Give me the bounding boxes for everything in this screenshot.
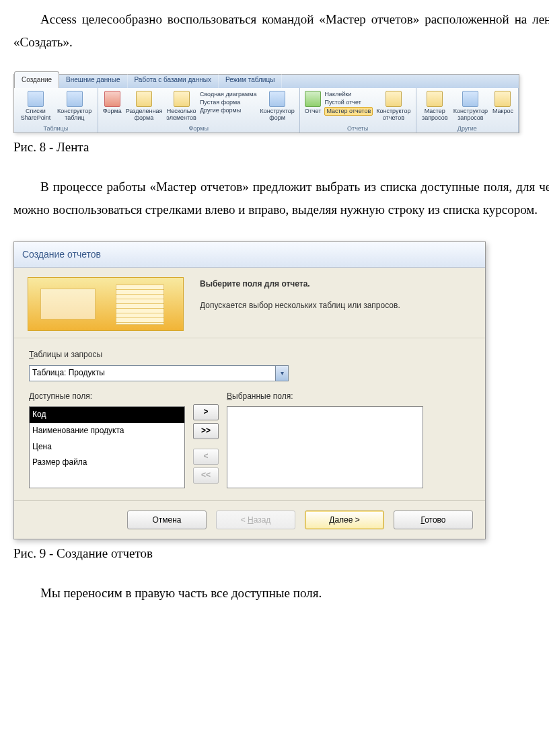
ribbon-group-forms-label: Формы [101, 123, 297, 135]
paragraph-3: Мы переносим в правую часть все доступны… [13, 582, 549, 605]
ribbon-query-wizard[interactable]: Мастер запросов [419, 89, 451, 123]
access-ribbon: Создание Внешние данные Работа с базами … [13, 74, 519, 133]
back-button[interactable]: < Назад [216, 511, 295, 529]
figure-8-caption: Рис. 8 - Лента [13, 136, 549, 159]
table-design-icon [67, 91, 83, 107]
ribbon-blank-form[interactable]: Пустая форма [200, 99, 257, 107]
list-item[interactable]: Цена [30, 439, 184, 455]
ribbon-forms-small: Сводная диаграмма Пустая форма Другие фо… [198, 89, 258, 116]
available-fields-list[interactable]: Код Наименование продукта Цена Размер фа… [29, 406, 185, 488]
selected-fields-label: Выбранные поля: [227, 389, 423, 404]
cancel-button[interactable]: Отмена [127, 511, 207, 529]
wizard-instruction: Выберите поля для отчета. Допускается вы… [200, 277, 400, 331]
ribbon-report[interactable]: Отчет [303, 89, 324, 116]
ribbon-query-design[interactable]: Конструктор запросов [451, 89, 490, 123]
ribbon-group-other-label: Другие [419, 123, 515, 135]
remove-field-button[interactable]: < [193, 449, 219, 465]
paragraph-2: В процессе работы «Мастер отчетов» предл… [13, 176, 549, 221]
list-item[interactable]: Размер файла [30, 455, 184, 471]
ribbon-tab-dbtools[interactable]: Работа с базами данных [128, 72, 219, 88]
ribbon-table-design[interactable]: Конструктор таблиц [54, 89, 95, 123]
report-design-icon [386, 91, 402, 107]
ribbon-form[interactable]: Форма [101, 89, 124, 116]
add-field-button[interactable]: > [193, 404, 219, 420]
list-item[interactable]: Код [30, 407, 184, 423]
tables-combo[interactable]: Таблица: Продукты ▾ [29, 365, 289, 381]
ribbon-tab-external[interactable]: Внешние данные [59, 72, 127, 88]
wizard-subheading: Допускается выбор нескольких таблиц или … [200, 301, 400, 310]
ribbon-multiple-items[interactable]: Несколько элементов [164, 89, 198, 123]
finish-button[interactable]: Готово [394, 511, 473, 529]
next-button[interactable]: Далее > [305, 511, 384, 529]
ribbon-group-reports-label: Отчеты [303, 123, 413, 135]
table-icon [28, 91, 44, 107]
form-design-icon [269, 91, 285, 107]
tables-queries-label: Таблицы и запросы [29, 348, 470, 363]
wizard-graphic [28, 277, 184, 331]
paragraph-1: Access целесообразно воспользоваться ком… [13, 8, 549, 54]
form-icon [104, 91, 120, 107]
list-item[interactable]: Наименование продукта [30, 423, 184, 439]
report-icon [305, 91, 321, 107]
split-form-icon [136, 91, 152, 107]
ribbon-sharepoint-lists[interactable]: Списки SharePoint [17, 89, 54, 123]
ribbon-report-wizard[interactable]: Мастер отчетов [324, 107, 373, 116]
ribbon-form-design[interactable]: Конструктор форм [258, 89, 296, 123]
ribbon-macro[interactable]: Макрос [490, 89, 515, 116]
tables-combo-value: Таблица: Продукты [32, 366, 105, 381]
ribbon-blank-report[interactable]: Пустой отчет [324, 99, 373, 107]
remove-all-button[interactable]: << [193, 467, 219, 484]
dropdown-arrow-icon[interactable]: ▾ [275, 366, 288, 381]
add-all-button[interactable]: >> [193, 423, 219, 439]
ribbon-tab-create[interactable]: Создание [14, 71, 59, 88]
multi-items-icon [174, 91, 190, 107]
available-fields-label: Доступные поля: [29, 389, 185, 404]
figure-9-caption: Рис. 9 - Создание отчетов [13, 542, 549, 565]
selected-fields-list[interactable] [227, 406, 423, 488]
ribbon-report-design[interactable]: Конструктор отчетов [374, 89, 412, 123]
ribbon-more-forms[interactable]: Другие формы [200, 107, 257, 115]
ribbon-tab-strip: Создание Внешние данные Работа с базами … [14, 75, 519, 88]
ribbon-reports-small: Наклейки Пустой отчет Мастер отчетов [323, 89, 374, 117]
wizard-heading: Выберите поля для отчета. [200, 277, 400, 292]
query-design-icon [462, 91, 478, 107]
query-wizard-icon [427, 91, 443, 107]
ribbon-pivotchart[interactable]: Сводная диаграмма [200, 91, 257, 99]
macro-icon [495, 91, 511, 107]
wizard-title-bar: Создание отчетов [14, 242, 485, 268]
ribbon-tab-datasheet[interactable]: Режим таблицы [219, 72, 282, 88]
ribbon-split-form[interactable]: Разделенная форма [124, 89, 165, 123]
ribbon-group-tables-label: Таблицы [17, 123, 95, 135]
ribbon-labels[interactable]: Наклейки [324, 91, 373, 99]
report-wizard-dialog: Создание отчетов Выберите поля для отчет… [13, 241, 486, 539]
